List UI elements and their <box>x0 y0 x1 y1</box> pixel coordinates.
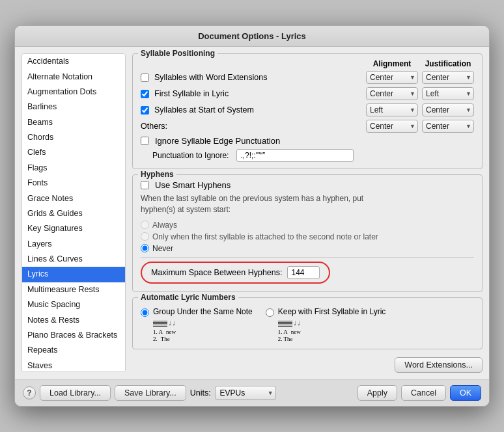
others-alignment-select[interactable]: CenterLeftRight <box>366 120 418 133</box>
second-note-radio[interactable] <box>141 232 149 241</box>
never-radio[interactable] <box>141 244 149 252</box>
sidebar-item-flags[interactable]: Flags <box>22 161 125 176</box>
cancel-button[interactable]: Cancel <box>401 385 446 401</box>
keep-first-syllable-label: Keep with First Syllable in Lyric <box>278 307 386 316</box>
max-hyphens-label: Maximum Space Between Hyphens: <box>151 268 282 277</box>
hyphens-section: Hyphens Use Smart Hyphens When the last … <box>132 174 483 292</box>
syllables-word-ext-alignment-wrapper: CenterLeftRight ▼ <box>366 71 418 84</box>
sidebar-item-layers[interactable]: Layers <box>22 237 125 252</box>
ignore-punctuation-checkbox[interactable] <box>141 137 149 145</box>
load-library-button[interactable]: Load Library... <box>40 385 111 401</box>
punctuation-label: Punctuation to Ignore: <box>152 151 229 160</box>
always-radio[interactable] <box>141 221 149 229</box>
second-note-radio-row: Only when the first syllable is attached… <box>141 232 474 241</box>
sidebar-item-clefs[interactable]: Clefs <box>22 145 125 160</box>
max-hyphens-row: Maximum Space Between Hyphens: <box>141 262 330 284</box>
auto-lyric-section: Automatic Lyric Numbers Group Under the … <box>132 297 483 349</box>
ignore-punctuation-row: Ignore Syllable Edge Punctuation <box>141 136 474 146</box>
sidebar-item-piano-braces---brackets[interactable]: Piano Braces & Brackets <box>22 328 125 343</box>
second-note-radio-label: Only when the first syllable is attached… <box>152 232 378 241</box>
hyphens-description: When the last syllable on the previous s… <box>141 193 474 215</box>
dialog-title: Document Options - Lyrics <box>15 26 489 47</box>
units-select[interactable]: EVPUs Inches Centimeters Points Picas Sp… <box>215 386 276 400</box>
sidebar-item-grids---guides[interactable]: Grids & Guides <box>22 206 125 221</box>
use-smart-hyphens-checkbox[interactable] <box>141 181 149 189</box>
syllables-word-ext-checkbox[interactable] <box>141 74 149 82</box>
system-start-justification-select[interactable]: CenterLeftRight <box>422 103 474 116</box>
ignore-punctuation-label: Ignore Syllable Edge Punctuation <box>155 136 280 146</box>
first-syllable-checkbox[interactable] <box>141 90 149 98</box>
sidebar-item-notes---rests[interactable]: Notes & Rests <box>22 313 125 328</box>
system-start-justification-wrapper: CenterLeftRight ▼ <box>422 103 474 116</box>
system-start-alignment-wrapper: LeftCenterRight ▼ <box>366 103 418 116</box>
sidebar-item-barlines[interactable]: Barlines <box>22 100 125 115</box>
word-ext-btn-row: Word Extensions... <box>132 357 483 373</box>
sidebar-item-lyrics[interactable]: Lyrics <box>22 267 125 282</box>
keep-first-syllable-notation: ♩ ♩ 1. A new 2. The <box>278 317 386 342</box>
others-row: Others: CenterLeftRight ▼ CenterLeftRigh… <box>141 120 474 133</box>
use-smart-hyphens-row: Use Smart Hyphens <box>141 180 474 190</box>
main-panel: Syllable Positioning Alignment Justifica… <box>132 53 483 373</box>
first-syllable-alignment-select[interactable]: CenterLeftRight <box>366 87 418 100</box>
first-syllable-justification-select[interactable]: LeftCenterRight <box>422 87 474 100</box>
syllables-word-ext-label: Syllables with Word Extensions <box>154 73 267 82</box>
use-smart-hyphens-label: Use Smart Hyphens <box>155 180 231 190</box>
punctuation-input-row: Punctuation to Ignore: <box>141 149 474 162</box>
sidebar: AccidentalsAlternate NotationAugmentatio… <box>21 53 126 372</box>
group-same-note-radio[interactable] <box>141 308 149 317</box>
save-library-button[interactable]: Save Library... <box>115 385 186 401</box>
sidebar-item-beams[interactable]: Beams <box>22 115 125 130</box>
max-hyphens-input[interactable] <box>287 266 320 279</box>
keep-first-syllable-radio[interactable] <box>266 308 274 317</box>
syllables-word-ext-alignment-select[interactable]: CenterLeftRight <box>366 71 418 84</box>
footer: ? Load Library... Save Library... Units:… <box>15 379 489 406</box>
help-button[interactable]: ? <box>23 386 36 399</box>
sidebar-item-key-signatures[interactable]: Key Signatures <box>22 221 125 236</box>
sidebar-item-multimeasure-rests[interactable]: Multimeasure Rests <box>22 282 125 297</box>
footer-left: ? Load Library... Save Library... Units:… <box>23 385 354 401</box>
others-alignment-wrapper: CenterLeftRight ▼ <box>366 120 418 133</box>
sidebar-item-chords[interactable]: Chords <box>22 130 125 145</box>
group-same-note-label: Group Under the Same Note <box>153 307 253 316</box>
word-extensions-button[interactable]: Word Extensions... <box>395 357 483 373</box>
sidebar-item-augmentation-dots[interactable]: Augmentation Dots <box>22 85 125 100</box>
always-radio-row: Always <box>141 221 474 230</box>
footer-right: Apply Cancel OK <box>357 385 481 401</box>
auto-lyric-options-row: Group Under the Same Note <box>141 307 474 342</box>
hyphens-divider <box>141 257 474 258</box>
sidebar-item-repeats[interactable]: Repeats <box>22 343 125 358</box>
always-radio-label: Always <box>152 221 177 230</box>
syllables-word-ext-justification-wrapper: CenterLeftRight ▼ <box>422 71 474 84</box>
sidebar-item-lines---curves[interactable]: Lines & Curves <box>22 252 125 267</box>
syllables-system-start-checkbox[interactable] <box>141 106 149 115</box>
alignment-header: Alignment <box>366 59 418 68</box>
apply-button[interactable]: Apply <box>357 385 397 401</box>
group-same-note-option: Group Under the Same Note <box>141 307 253 342</box>
syllable-positioning-label: Syllable Positioning <box>138 49 217 58</box>
first-syllable-row: First Syllable in Lyric CenterLeftRight … <box>141 87 474 100</box>
auto-lyric-label: Automatic Lyric Numbers <box>138 293 238 302</box>
first-syllable-label: First Syllable in Lyric <box>154 89 229 98</box>
others-justification-select[interactable]: CenterLeftRight <box>422 120 474 133</box>
group-same-note-notation: ♩ ♩ 1. A new 2. The <box>153 317 253 342</box>
sidebar-item-fonts[interactable]: Fonts <box>22 176 125 191</box>
syllables-system-start-label: Syllables at Start of System <box>154 105 254 115</box>
others-justification-wrapper: CenterLeftRight ▼ <box>422 120 474 133</box>
units-select-wrapper: EVPUs Inches Centimeters Points Picas Sp… <box>215 386 276 400</box>
sidebar-item-staves[interactable]: Staves <box>22 358 125 373</box>
syllables-word-ext-row: Syllables with Word Extensions CenterLef… <box>141 71 474 84</box>
ok-button[interactable]: OK <box>450 385 481 401</box>
never-radio-label: Never <box>152 244 173 253</box>
justification-header: Justification <box>422 59 474 68</box>
units-label: Units: <box>190 388 211 398</box>
sidebar-item-alternate-notation[interactable]: Alternate Notation <box>22 70 125 85</box>
sidebar-item-music-spacing[interactable]: Music Spacing <box>22 297 125 312</box>
punctuation-input[interactable] <box>236 149 354 162</box>
sidebar-item-grace-notes[interactable]: Grace Notes <box>22 191 125 206</box>
never-radio-row: Never <box>141 244 474 253</box>
syllables-word-ext-justification-select[interactable]: CenterLeftRight <box>422 71 474 84</box>
sidebar-item-accidentals[interactable]: Accidentals <box>22 54 125 69</box>
hyphens-label: Hyphens <box>138 170 176 179</box>
first-syllable-alignment-wrapper: CenterLeftRight ▼ <box>366 87 418 100</box>
system-start-alignment-select[interactable]: LeftCenterRight <box>366 103 418 116</box>
